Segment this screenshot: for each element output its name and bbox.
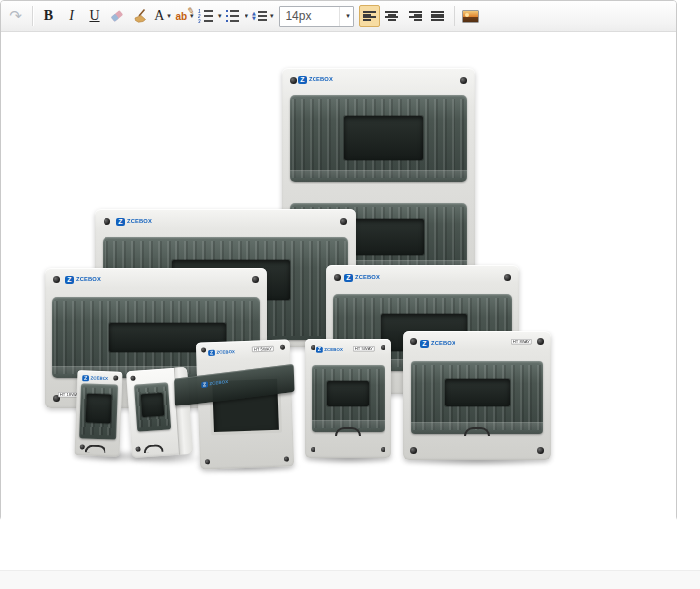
product-photo: Z ZCEBOX [35, 67, 558, 481]
align-left-button[interactable] [359, 5, 380, 27]
screw [311, 345, 315, 350]
series-label: HT 5WAY [252, 346, 274, 352]
font-size-select[interactable]: 14px ▾ [279, 6, 354, 27]
screw [410, 338, 417, 345]
font-color-icon: A [154, 8, 164, 24]
brand-logo-icon: Z [65, 276, 74, 284]
image-icon [462, 10, 479, 23]
brand-logo-icon: Z [82, 375, 89, 381]
justify-button[interactable] [427, 5, 448, 27]
screw [135, 446, 140, 451]
enclosure-window [411, 361, 543, 434]
enclosure-open-lid: Z ZCEBOX HT 5WAY Z ZCEBOX [196, 339, 294, 469]
insert-image-button[interactable] [460, 5, 481, 27]
ol-marker: 1 [198, 10, 201, 12]
screw [334, 274, 341, 281]
font-size-value: 14px [285, 9, 311, 23]
screw [410, 447, 417, 454]
ul-bar [230, 10, 239, 12]
enclosure-window [134, 382, 171, 431]
screw [205, 459, 210, 464]
brand-logo-text: ZCEBOX [76, 276, 101, 282]
screw [381, 345, 385, 350]
ul-dot [226, 10, 228, 12]
underline-icon: U [89, 8, 99, 24]
chevron-down-icon: ▾ [218, 12, 222, 20]
series-label: HT 5WAY [353, 346, 375, 351]
latch-handle [85, 445, 106, 454]
screw [104, 218, 110, 225]
redo-icon: ↷ [9, 7, 22, 25]
align-right-button[interactable] [404, 5, 425, 27]
bullet-list-button[interactable]: ▾ [225, 5, 250, 27]
brand-logo: Z ZCEBOX [116, 217, 162, 226]
screw [381, 447, 385, 452]
screw [340, 218, 347, 225]
screw [537, 447, 544, 454]
ordered-list-button[interactable]: 1 2 3 ▾ [197, 5, 223, 27]
eraser-button[interactable] [106, 5, 127, 27]
ol-bar [204, 10, 213, 12]
toolbar-separator [454, 6, 455, 26]
brand-logo-icon: Z [316, 346, 323, 352]
underline-button[interactable]: U [84, 5, 105, 27]
page: ↷ B I U [0, 0, 700, 589]
clean-format-button[interactable] [129, 5, 150, 27]
screw [80, 444, 85, 449]
screw [460, 77, 467, 84]
screw [284, 456, 289, 461]
enclosure-window [290, 95, 467, 182]
page-footer-area [0, 571, 700, 589]
enclosure-window [312, 365, 385, 432]
brand-logo: Z ZCEBOX [316, 346, 350, 353]
align-center-button[interactable] [382, 5, 402, 27]
line-height-icon: ▲ ▼ [252, 11, 267, 21]
latch-handle [335, 427, 361, 436]
ul-dot [226, 15, 228, 17]
redo-button[interactable]: ↷ [5, 5, 26, 27]
brand-logo-text: ZCEBOX [355, 274, 380, 280]
enclosure-small-vertical: Z ZCEBOX [75, 370, 123, 457]
brand-logo-text: ZCEBOX [209, 379, 228, 386]
ol-marker: 3 [198, 20, 201, 22]
brand-logo-text: ZCEBOX [431, 340, 455, 346]
font-color-button[interactable]: A ▾ [152, 5, 173, 27]
screw [504, 274, 511, 281]
brand-logo: Z ZCEBOX [344, 273, 389, 282]
brand-logo-text: ZCEBOX [127, 218, 152, 224]
screw [130, 376, 135, 381]
brand-logo: Z ZCEBOX [201, 377, 235, 388]
chevron-down-icon: ▾ [270, 12, 274, 20]
brand-logo-icon: Z [201, 381, 208, 388]
enclosure-8way-front: Z ZCEBOX HT 8WAY [403, 331, 551, 460]
pencil-icon: ✎ [186, 5, 195, 16]
brand-logo-icon: Z [344, 274, 353, 282]
italic-icon: I [69, 8, 74, 24]
brand-logo: Z ZCEBOX [82, 374, 115, 382]
bold-icon: B [44, 8, 53, 24]
ul-bar [230, 15, 239, 17]
align-center-icon [385, 10, 399, 22]
broom-icon [132, 8, 148, 24]
ol-marker: 2 [198, 15, 201, 17]
bold-button[interactable]: B [38, 5, 59, 27]
line-height-button[interactable]: ▲ ▼ ▾ [251, 5, 274, 27]
font-size-dropdown-arrow[interactable]: ▾ [339, 7, 353, 26]
editor-content-area[interactable]: Z ZCEBOX [1, 32, 676, 521]
screw [311, 447, 315, 452]
brand-logo-text: ZCEBOX [324, 347, 343, 352]
ul-dot [226, 20, 228, 22]
brand-logo: Z ZCEBOX [208, 348, 242, 356]
enclosure-window [79, 383, 118, 439]
ol-bar [204, 15, 213, 17]
chevron-down-icon: ▾ [346, 12, 350, 20]
highlight-color-button[interactable]: ab ✎ ▾ [175, 5, 195, 27]
ol-bar [204, 20, 213, 22]
italic-button[interactable]: I [61, 5, 82, 27]
brand-logo: Z ZCEBOX [65, 275, 110, 284]
screw [201, 347, 206, 352]
ul-bar [230, 20, 239, 22]
screw [53, 276, 60, 283]
ordered-list-icon: 1 2 3 [198, 10, 215, 23]
latch-handle [464, 427, 490, 436]
